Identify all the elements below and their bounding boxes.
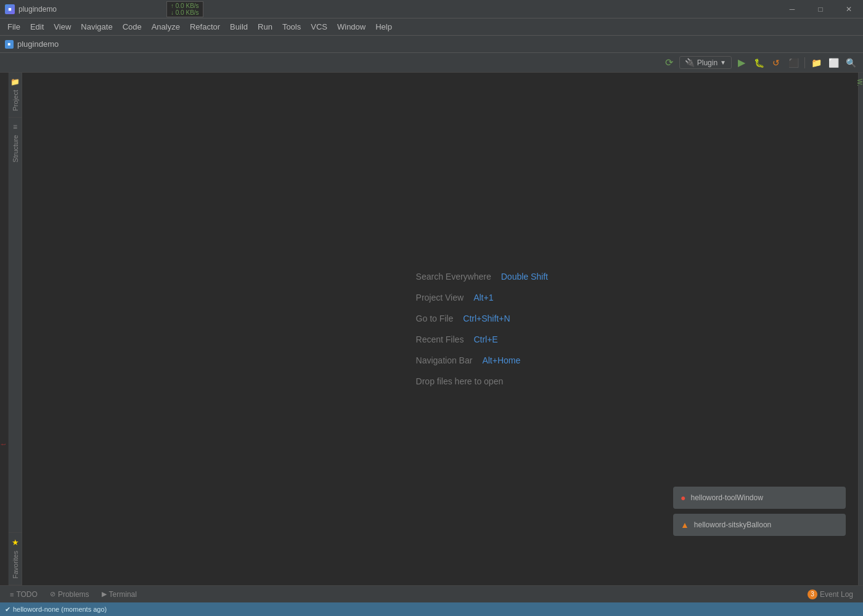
search-everywhere-button[interactable]: 🔍 bbox=[843, 55, 858, 70]
plugin-icon: 🔌 bbox=[685, 58, 695, 67]
maximize-button[interactable]: □ bbox=[806, 0, 835, 18]
error-icon: ● bbox=[681, 493, 685, 503]
drop-files-label: Drop files here to open bbox=[416, 376, 504, 386]
project-panel-section: 📁 Project bbox=[9, 73, 22, 118]
welcome-row-recent: Recent Files Ctrl+E bbox=[416, 334, 548, 344]
problems-icon: ⊘ bbox=[50, 590, 55, 598]
sdk-button[interactable]: ⬜ bbox=[826, 55, 841, 70]
plugin-label: Plugin bbox=[697, 59, 718, 67]
menu-code[interactable]: Code bbox=[118, 20, 147, 34]
menu-vcs[interactable]: VCS bbox=[306, 20, 332, 34]
notification-balloon-text: helloword-sitskyBalloon bbox=[694, 521, 771, 529]
profile-button[interactable]: ↺ bbox=[769, 55, 783, 70]
recent-files-label: Recent Files bbox=[416, 334, 464, 344]
project-tab-icon: ■ bbox=[5, 40, 14, 49]
menu-bar: File Edit View Navigate Code Analyze Ref… bbox=[0, 18, 863, 36]
folder-icon[interactable]: 📁 bbox=[9, 76, 21, 87]
left-panel: 📁 Project ≡ Structure ★ Favorites bbox=[9, 73, 22, 585]
minimize-button[interactable]: ─ bbox=[778, 0, 806, 18]
project-view-shortcut: Alt+1 bbox=[473, 293, 493, 302]
menu-run[interactable]: Run bbox=[253, 20, 277, 34]
notifications: ● helloword-toolWindow ▲ helloword-sitsk… bbox=[673, 487, 846, 536]
stop-button[interactable]: ⬛ bbox=[786, 55, 801, 70]
welcome-row-project: Project View Alt+1 bbox=[416, 293, 548, 302]
project-tab[interactable]: ■ plugindemo bbox=[5, 39, 59, 49]
welcome-row-search: Search Everywhere Double Shift bbox=[416, 272, 548, 282]
menu-navigate[interactable]: Navigate bbox=[76, 20, 117, 34]
bottom-bar: ≡ TODO ⊘ Problems ▶ Terminal 3 Event Log bbox=[0, 585, 863, 602]
toolbar-arrow-button[interactable]: ⟳ bbox=[662, 55, 677, 70]
tab-todo[interactable]: ≡ TODO bbox=[5, 589, 43, 600]
main-layout: t t t k k t t k 📁 Project ≡ Structure ★ … bbox=[0, 73, 863, 585]
right-strip: W. bbox=[858, 73, 863, 585]
net-upload: ↑ 0.0 KB/s bbox=[171, 2, 199, 9]
search-everywhere-shortcut: Double Shift bbox=[501, 272, 548, 282]
notification-balloon[interactable]: ▲ helloword-sitskyBalloon bbox=[673, 514, 846, 536]
title-controls: ─ □ ✕ bbox=[778, 0, 863, 18]
net-download: ↓ 0.0 KB/s bbox=[171, 9, 199, 16]
run-button[interactable]: ▶ bbox=[734, 55, 749, 70]
left-text-content: t t t k k t t k bbox=[0, 442, 9, 445]
toolbar: ⟳ 🔌 Plugin ▼ ▶ 🐛 ↺ ⬛ 📁 ⬜ 🔍 bbox=[0, 53, 863, 73]
menu-edit[interactable]: Edit bbox=[25, 20, 49, 34]
tab-problems-label: Problems bbox=[58, 590, 89, 599]
project-structure-button[interactable]: 📁 bbox=[809, 55, 824, 70]
status-check-icon: ✔ bbox=[5, 606, 10, 614]
net-speed: ↑ 0.0 KB/s ↓ 0.0 KB/s bbox=[166, 1, 203, 17]
right-strip-text: W. bbox=[856, 79, 863, 86]
goto-file-shortcut: Ctrl+Shift+N bbox=[463, 314, 510, 323]
menu-build[interactable]: Build bbox=[225, 20, 253, 34]
terminal-icon: ▶ bbox=[102, 590, 107, 598]
status-bar: ✔ helloword-none (moments ago) bbox=[0, 602, 863, 616]
toolbar-separator bbox=[804, 57, 805, 68]
left-text-strip: t t t k k t t k bbox=[0, 73, 9, 585]
menu-tools[interactable]: Tools bbox=[277, 20, 306, 34]
project-panel-label[interactable]: Project bbox=[10, 87, 20, 113]
notification-toolwindow[interactable]: ● helloword-toolWindow bbox=[673, 487, 846, 509]
warning-icon: ▲ bbox=[681, 520, 689, 530]
todo-icon: ≡ bbox=[10, 591, 14, 598]
tab-terminal[interactable]: ▶ Terminal bbox=[97, 589, 142, 600]
navigation-bar-shortcut: Alt+Home bbox=[482, 355, 520, 365]
app-icon: ■ bbox=[5, 4, 15, 14]
search-everywhere-label: Search Everywhere bbox=[416, 272, 491, 282]
navigation-bar-label: Navigation Bar bbox=[416, 355, 473, 365]
title-bar: ■ plugindemo ↑ 0.0 KB/s ↓ 0.0 KB/s ─ □ ✕ bbox=[0, 0, 863, 18]
favorites-panel-label[interactable]: Favorites bbox=[10, 548, 20, 581]
structure-panel-section: ≡ Structure bbox=[9, 118, 22, 533]
plugin-dropdown-icon: ▼ bbox=[720, 59, 726, 66]
title-bar-left: ■ plugindemo bbox=[5, 4, 57, 14]
plugin-button[interactable]: 🔌 Plugin ▼ bbox=[679, 56, 732, 69]
menu-file[interactable]: File bbox=[2, 20, 25, 34]
debug-button[interactable]: 🐛 bbox=[751, 55, 766, 70]
menu-help[interactable]: Help bbox=[370, 20, 397, 34]
close-button[interactable]: ✕ bbox=[835, 0, 863, 18]
structure-panel-label[interactable]: Structure bbox=[10, 132, 20, 165]
tab-todo-label: TODO bbox=[16, 590, 37, 599]
goto-file-label: Go to File bbox=[416, 314, 454, 323]
welcome-row-drop: Drop files here to open bbox=[416, 376, 548, 386]
favorites-star-icon[interactable]: ★ bbox=[10, 537, 20, 548]
project-tab-name: plugindemo bbox=[17, 39, 59, 49]
event-log-button[interactable]: 3 Event Log bbox=[803, 588, 858, 601]
event-count-badge: 3 bbox=[808, 590, 817, 599]
status-text: helloword-none (moments ago) bbox=[13, 606, 107, 613]
event-log-label: Event Log bbox=[820, 590, 853, 599]
menu-analyze[interactable]: Analyze bbox=[147, 20, 185, 34]
notification-toolwindow-text: helloword-toolWindow bbox=[690, 493, 763, 502]
editor-area: Search Everywhere Double Shift Project V… bbox=[22, 73, 858, 585]
tab-problems[interactable]: ⊘ Problems bbox=[45, 589, 94, 600]
recent-files-shortcut: Ctrl+E bbox=[473, 334, 497, 344]
welcome-content: Search Everywhere Double Shift Project V… bbox=[416, 272, 548, 386]
tab-terminal-label: Terminal bbox=[109, 590, 137, 599]
menu-window[interactable]: Window bbox=[332, 20, 370, 34]
project-bar: ■ plugindemo bbox=[0, 36, 863, 53]
welcome-row-nav: Navigation Bar Alt+Home bbox=[416, 355, 548, 365]
menu-view[interactable]: View bbox=[49, 20, 76, 34]
structure-icon[interactable]: ≡ bbox=[12, 121, 18, 132]
project-view-label: Project View bbox=[416, 293, 464, 302]
window-title: plugindemo bbox=[18, 5, 57, 14]
favorites-panel-section: ★ Favorites bbox=[9, 533, 22, 585]
welcome-row-goto: Go to File Ctrl+Shift+N bbox=[416, 314, 548, 323]
menu-refactor[interactable]: Refactor bbox=[185, 20, 225, 34]
